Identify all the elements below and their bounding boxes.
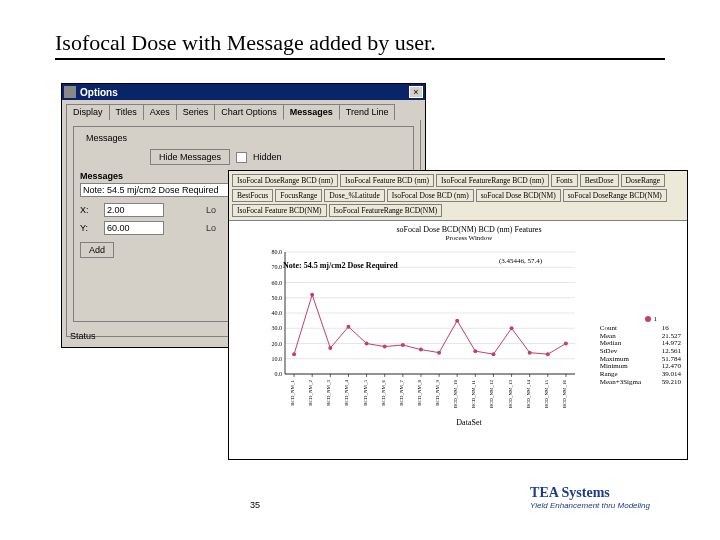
svg-point-29: [491, 352, 495, 356]
svg-text:BCD_NM_16: BCD_NM_16: [562, 380, 567, 409]
svg-point-28: [473, 349, 477, 353]
svg-text:BCD_NM_14: BCD_NM_14: [526, 380, 531, 409]
svg-text:BCD_NM_12: BCD_NM_12: [489, 380, 494, 409]
svg-text:0.0: 0.0: [275, 371, 283, 377]
svg-text:BCD_NM_10: BCD_NM_10: [453, 380, 458, 409]
svg-text:10.0: 10.0: [272, 356, 283, 362]
svg-text:BCD_NM_6: BCD_NM_6: [381, 380, 386, 406]
tab-chart-options[interactable]: Chart Options: [214, 104, 284, 120]
tabstrip: Display Titles Axes Series Chart Options…: [62, 100, 425, 120]
tab-trend-line[interactable]: Trend Line: [339, 104, 396, 120]
footer-brand: TEA Systems Yield Enhancement thru Model…: [530, 485, 650, 510]
svg-point-33: [564, 342, 568, 346]
svg-text:BCD_NM_7: BCD_NM_7: [399, 380, 404, 406]
svg-point-19: [310, 293, 314, 297]
titlebar[interactable]: Options ×: [62, 84, 425, 100]
svg-point-18: [292, 352, 296, 356]
y-label: Y:: [80, 223, 98, 233]
chart-btn[interactable]: soFocal Dose BCD(NM): [476, 189, 561, 202]
svg-text:40.0: 40.0: [272, 310, 283, 316]
plot-area: soFocal Dose BCD(NM) BCD (nm) Features P…: [229, 221, 687, 447]
fieldset-label: Messages: [84, 133, 129, 143]
hidden-label: Hidden: [253, 152, 282, 162]
svg-point-22: [365, 342, 369, 346]
svg-point-24: [401, 343, 405, 347]
x-input[interactable]: [104, 203, 164, 217]
svg-point-25: [419, 348, 423, 352]
tab-titles[interactable]: Titles: [109, 104, 144, 120]
svg-point-23: [383, 345, 387, 349]
slide-title: Isofocal Dose with Message added by user…: [0, 0, 720, 58]
svg-text:BCD_NM_3: BCD_NM_3: [326, 380, 331, 406]
chart-btn[interactable]: IsoFocal Dose BCD (nm): [387, 189, 474, 202]
svg-text:BCD_NM_11: BCD_NM_11: [471, 380, 476, 409]
hidden-checkbox[interactable]: [236, 152, 247, 163]
plot-title: soFocal Dose BCD(NM) BCD (nm) Features: [255, 225, 683, 234]
chart-btn[interactable]: IsoFocal FeatureRange BCD (nm): [436, 174, 549, 187]
svg-text:BCD_NM_8: BCD_NM_8: [417, 380, 422, 406]
svg-point-26: [437, 351, 441, 355]
svg-text:BCD_NM_2: BCD_NM_2: [308, 380, 313, 406]
chart-annotation: Note: 54.5 mj/cm2 Dose Required: [283, 261, 398, 270]
chart-coord-label: (3.45446, 57.4): [499, 257, 542, 265]
svg-text:BCD_NM_4: BCD_NM_4: [344, 380, 349, 406]
close-icon[interactable]: ×: [409, 86, 423, 98]
svg-text:60.0: 60.0: [272, 280, 283, 286]
svg-text:BCD_NM_15: BCD_NM_15: [544, 380, 549, 409]
plot-subtitle: Process Window: [255, 234, 683, 242]
svg-text:70.0: 70.0: [272, 264, 283, 270]
chart-btn[interactable]: BestFocus: [232, 189, 273, 202]
window-title: Options: [80, 87, 409, 98]
chart-btn[interactable]: FocusRange: [275, 189, 322, 202]
chart-btn[interactable]: DoseRange: [621, 174, 666, 187]
chart-canvas[interactable]: 0.010.020.030.040.050.060.070.080.0 BCD_…: [255, 246, 585, 416]
title-underline: [55, 58, 665, 60]
legend-item: 1: [645, 315, 658, 323]
status-label: Status: [70, 331, 96, 341]
svg-text:BCD_NM_5: BCD_NM_5: [363, 380, 368, 406]
svg-text:80.0: 80.0: [272, 249, 283, 255]
x-axis-label: DataSet: [255, 418, 683, 427]
chart-btn[interactable]: IsoFocal Feature BCD (nm): [340, 174, 434, 187]
brand-tagline: Yield Enhancement thru Modeling: [530, 501, 650, 510]
brand-text: TEA Systems: [530, 485, 650, 501]
chart-btn[interactable]: soFocal DoseRange BCD(NM): [563, 189, 667, 202]
app-icon: [64, 86, 76, 98]
y-input[interactable]: [104, 221, 164, 235]
tab-messages[interactable]: Messages: [283, 104, 340, 120]
chart-window: IsoFocal DoseRange BCD (nm) IsoFocal Fea…: [228, 170, 688, 460]
tab-display[interactable]: Display: [66, 104, 110, 120]
slide-number: 35: [250, 500, 260, 510]
chart-btn[interactable]: IsoFocal Feature BCD(NM): [232, 204, 327, 217]
chart-btn[interactable]: IsoFocal FeatureRange BCD(NM): [329, 204, 443, 217]
chart-btn[interactable]: BestDose: [580, 174, 619, 187]
hide-messages-button[interactable]: Hide Messages: [150, 149, 230, 165]
svg-point-21: [346, 325, 350, 329]
svg-text:50.0: 50.0: [272, 295, 283, 301]
tab-series[interactable]: Series: [176, 104, 216, 120]
svg-text:BCD_NM_9: BCD_NM_9: [435, 380, 440, 406]
svg-point-30: [510, 326, 514, 330]
tab-axes[interactable]: Axes: [143, 104, 177, 120]
svg-text:30.0: 30.0: [272, 325, 283, 331]
add-button[interactable]: Add: [80, 242, 114, 258]
svg-text:BCD_NM_13: BCD_NM_13: [508, 380, 513, 409]
svg-point-20: [328, 346, 332, 350]
svg-point-31: [528, 351, 532, 355]
chart-btn[interactable]: Fonts: [551, 174, 578, 187]
svg-text:BCD_NM_1: BCD_NM_1: [290, 380, 295, 406]
chart-button-row: IsoFocal DoseRange BCD (nm) IsoFocal Fea…: [229, 171, 687, 221]
svg-text:20.0: 20.0: [272, 341, 283, 347]
svg-point-27: [455, 319, 459, 323]
x-label: X:: [80, 205, 98, 215]
chart-btn[interactable]: Dose_%Latitude: [324, 189, 384, 202]
svg-point-32: [546, 352, 550, 356]
chart-stats: Count16Mean21.527Median14.972StDev12.561…: [600, 325, 681, 387]
chart-btn[interactable]: IsoFocal DoseRange BCD (nm): [232, 174, 338, 187]
